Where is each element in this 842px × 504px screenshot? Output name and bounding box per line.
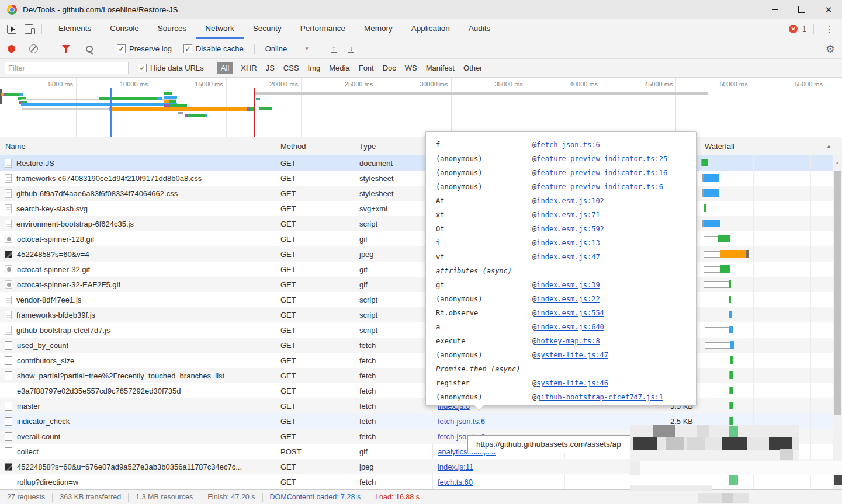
column-header-name[interactable]: Name [0, 137, 275, 155]
request-name-cell[interactable]: octocat-spinner-32.gif [0, 262, 275, 277]
disable-cache-checkbox[interactable]: ✓ Disable cache [183, 44, 244, 53]
request-name-cell[interactable]: overall-count [0, 429, 275, 444]
request-name-cell[interactable]: used_by_count [0, 338, 275, 353]
initiator-link[interactable]: fetch.ts:60 [438, 478, 473, 486]
tab-network[interactable]: Network [196, 19, 244, 39]
filter-pill-doc[interactable]: Doc [383, 64, 396, 72]
filter-icon[interactable] [62, 45, 71, 53]
close-button[interactable]: ✕ [815, 0, 842, 19]
table-row[interactable]: Restore-JSGETdocument [0, 155, 833, 171]
table-row[interactable]: environment-bootstrap-6f624c35.jsGETscri… [0, 216, 833, 231]
filter-pill-media[interactable]: Media [329, 64, 349, 72]
hide-data-urls-checkbox[interactable]: ✓ Hide data URLs [138, 64, 204, 72]
request-name-cell[interactable]: master [0, 398, 275, 413]
table-row[interactable]: frameworks-bfdeb39f.jsGETscript [0, 307, 833, 322]
filter-pill-other[interactable]: Other [463, 64, 483, 72]
more-options-icon[interactable]: ⋮ [821, 23, 837, 34]
request-name-cell[interactable]: search-key-slash.svg [0, 201, 275, 216]
device-toolbar-icon[interactable] [25, 24, 33, 34]
stack-frame-source-link[interactable]: system-lite.js:47 [536, 351, 608, 359]
filter-pill-font[interactable]: Font [359, 64, 374, 72]
request-name-cell[interactable]: collect [0, 444, 275, 459]
tab-performance[interactable]: Performance [291, 19, 355, 39]
request-name-cell[interactable]: indicator_check [0, 413, 275, 429]
request-name-cell[interactable]: show_partial?partial=tree%2Frecently_tou… [0, 368, 275, 383]
export-har-icon[interactable]: ↓ [348, 45, 354, 53]
initiator-link[interactable]: fetch-json.ts:6 [438, 417, 485, 426]
stack-frame-source-link[interactable]: feature-preview-indicator.ts:16 [536, 169, 667, 177]
table-row[interactable]: search-key-slash.svgGETsvg+xml [0, 201, 833, 216]
column-header-method[interactable]: Method [275, 137, 354, 155]
record-button[interactable] [8, 45, 15, 53]
tab-security[interactable]: Security [244, 19, 291, 39]
request-name-cell[interactable]: contributors_size [0, 353, 275, 368]
table-row[interactable]: contributors_sizeGETfetch [0, 353, 833, 368]
request-name-cell[interactable]: 45224858?s=60&v=4 [0, 246, 275, 262]
stack-frame-source-link[interactable]: index.esm.js:554 [536, 309, 604, 317]
request-name-cell[interactable]: environment-bootstrap-6f624c35.js [0, 216, 275, 231]
request-name-cell[interactable]: Restore-JS [0, 155, 275, 171]
column-header-type[interactable]: Type [354, 137, 432, 155]
filter-pill-js[interactable]: JS [266, 64, 275, 72]
vertical-scrollbar[interactable]: ▲ [833, 155, 842, 489]
stack-frame-source-link[interactable]: index.esm.js:102 [536, 197, 604, 205]
request-name-cell[interactable]: octocat-spinner-32-EAF2F5.gif [0, 277, 275, 292]
table-row[interactable]: e3a7f88797e02d35e557cd9c7657292ed30f735d… [0, 383, 833, 398]
table-row[interactable]: used_by_countGETfetch [0, 338, 833, 353]
stack-frame-source-link[interactable]: index.esm.js:47 [536, 253, 600, 261]
tab-sources[interactable]: Sources [148, 19, 196, 39]
filter-pill-css[interactable]: CSS [283, 64, 299, 72]
filter-pill-img[interactable]: Img [308, 64, 321, 72]
stack-frame-source-link[interactable]: github-bootstrap-cfcef7d7.js:1 [536, 393, 663, 401]
request-name-cell[interactable]: frameworks-c674083190ce1d94f210f9171dd8b… [0, 171, 275, 186]
request-name-cell[interactable]: frameworks-bfdeb39f.js [0, 307, 275, 322]
tab-console[interactable]: Console [101, 19, 148, 39]
stack-frame-source-link[interactable]: index.esm.js:640 [536, 323, 604, 331]
table-row[interactable]: octocat-spinner-32-EAF2F5.gifGETgif [0, 277, 833, 292]
request-name-cell[interactable]: rollup?direction=w [0, 474, 275, 489]
table-row[interactable]: masterGETfetchindex.js:65.5 KB [0, 398, 833, 413]
table-row[interactable]: vendor-8df47ee1.jsGETscript [0, 292, 833, 307]
throttling-select[interactable]: Online ▼ [265, 44, 310, 53]
stack-frame-source-link[interactable]: fetch-json.ts:6 [536, 141, 600, 149]
filter-input[interactable] [5, 62, 129, 74]
tab-elements[interactable]: Elements [49, 19, 101, 39]
tab-memory[interactable]: Memory [355, 19, 402, 39]
settings-gear-icon[interactable]: ⚙ [826, 43, 835, 55]
stack-frame-source-link[interactable]: index.esm.js:39 [536, 281, 600, 289]
stack-frame-source-link[interactable]: index.esm.js:71 [536, 211, 600, 219]
table-row[interactable]: frameworks-c674083190ce1d94f210f9171dd8b… [0, 171, 833, 186]
table-row[interactable]: show_partial?partial=tree%2Frecently_tou… [0, 368, 833, 383]
clear-icon[interactable] [29, 44, 38, 53]
tab-application[interactable]: Application [402, 19, 459, 39]
stack-frame-source-link[interactable]: feature-preview-indicator.ts:6 [536, 183, 663, 191]
request-name-cell[interactable]: vendor-8df47ee1.js [0, 292, 275, 307]
request-name-cell[interactable]: 45224858?s=60&u=676e07ad9a527e3ab3b0356a… [0, 459, 275, 474]
stack-frame-source-link[interactable]: hotkey-map.ts:8 [536, 337, 600, 345]
stack-frame-source-link[interactable]: index.esm.js:13 [536, 239, 600, 247]
request-name-cell[interactable]: github-bootstrap-cfcef7d7.js [0, 322, 275, 338]
table-row[interactable]: github-6f9a7df4aae6a83f6f08334f74064662.… [0, 186, 833, 201]
filter-pill-all[interactable]: All [217, 62, 233, 74]
request-name-cell[interactable]: octocat-spinner-128.gif [0, 231, 275, 246]
preserve-log-checkbox[interactable]: ✓ Preserve log [117, 44, 172, 53]
maximize-button[interactable] [788, 0, 815, 19]
filter-pill-manifest[interactable]: Manifest [426, 64, 455, 72]
request-name-cell[interactable]: github-6f9a7df4aae6a83f6f08334f74064662.… [0, 186, 275, 201]
table-row[interactable]: octocat-spinner-32.gifGETgif [0, 262, 833, 277]
tab-audits[interactable]: Audits [459, 19, 500, 39]
import-har-icon[interactable]: ↑ [331, 45, 337, 53]
table-row[interactable]: octocat-spinner-128.gifGETgif [0, 231, 833, 246]
error-badge-icon[interactable]: ✕ [789, 25, 798, 33]
stack-frame-source-link[interactable]: system-lite.js:46 [536, 379, 608, 387]
initiator-link[interactable]: index.js:11 [438, 463, 473, 471]
stack-frame-source-link[interactable]: index.esm.js:22 [536, 295, 600, 303]
table-row[interactable]: 45224858?s=60&v=4GETjpeg [0, 246, 833, 262]
minimize-button[interactable] [761, 0, 788, 19]
scrollbar-thumb[interactable] [834, 171, 841, 415]
stack-frame-source-link[interactable]: feature-preview-indicator.ts:25 [536, 155, 667, 163]
column-header-waterfall[interactable]: Waterfall [699, 137, 842, 155]
scroll-up-icon[interactable]: ▲ [835, 160, 840, 165]
search-icon[interactable] [86, 46, 93, 53]
network-overview[interactable]: 5000 ms10000 ms15000 ms20000 ms25000 ms3… [0, 78, 842, 137]
